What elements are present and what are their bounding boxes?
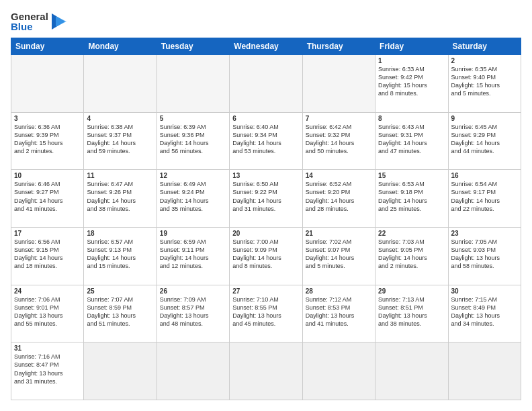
- day-info: Sunrise: 6:43 AM Sunset: 9:31 PM Dayligh…: [378, 123, 445, 156]
- day-info: Sunrise: 6:56 AM Sunset: 9:15 PM Dayligh…: [14, 238, 81, 271]
- calendar-cell: 19Sunrise: 6:59 AM Sunset: 9:11 PM Dayli…: [157, 227, 229, 285]
- calendar-cell: 16Sunrise: 6:54 AM Sunset: 9:17 PM Dayli…: [448, 170, 521, 228]
- day-info: Sunrise: 7:16 AM Sunset: 8:47 PM Dayligh…: [14, 353, 81, 385]
- calendar-cell: [375, 342, 448, 400]
- calendar-cell: [230, 342, 302, 400]
- day-number: 21: [306, 230, 372, 237]
- calendar-cell: 10Sunrise: 6:46 AM Sunset: 9:27 PM Dayli…: [11, 170, 84, 228]
- calendar-cell: 5Sunrise: 6:39 AM Sunset: 9:36 PM Daylig…: [157, 112, 229, 170]
- day-info: Sunrise: 6:47 AM Sunset: 9:26 PM Dayligh…: [87, 180, 153, 213]
- day-info: Sunrise: 7:09 AM Sunset: 8:57 PM Dayligh…: [160, 295, 226, 328]
- logo-general: General: [11, 11, 48, 21]
- calendar-cell: [230, 55, 302, 113]
- header: General Blue: [11, 11, 521, 32]
- svg-marker-1: [56, 16, 66, 27]
- day-info: Sunrise: 6:36 AM Sunset: 9:39 PM Dayligh…: [14, 123, 81, 156]
- calendar-cell: 3Sunrise: 6:36 AM Sunset: 9:39 PM Daylig…: [11, 112, 84, 170]
- calendar-cell: 27Sunrise: 7:10 AM Sunset: 8:55 PM Dayli…: [230, 285, 302, 342]
- calendar-cell: 23Sunrise: 7:05 AM Sunset: 9:03 PM Dayli…: [448, 227, 521, 285]
- calendar-cell: 2Sunrise: 6:35 AM Sunset: 9:40 PM Daylig…: [448, 55, 521, 113]
- day-info: Sunrise: 7:15 AM Sunset: 8:49 PM Dayligh…: [451, 295, 518, 328]
- col-friday: Friday: [375, 38, 448, 55]
- calendar-cell: [84, 55, 157, 113]
- day-number: 17: [14, 230, 81, 237]
- day-number: 12: [160, 172, 226, 179]
- calendar-cell: 22Sunrise: 7:03 AM Sunset: 9:05 PM Dayli…: [375, 227, 448, 285]
- day-number: 9: [451, 115, 518, 122]
- day-info: Sunrise: 6:35 AM Sunset: 9:40 PM Dayligh…: [451, 65, 518, 98]
- calendar-cell: 17Sunrise: 6:56 AM Sunset: 9:15 PM Dayli…: [11, 227, 84, 285]
- calendar-week-row: 24Sunrise: 7:06 AM Sunset: 9:01 PM Dayli…: [11, 285, 521, 342]
- day-number: 6: [232, 115, 299, 122]
- day-number: 22: [378, 230, 445, 237]
- day-info: Sunrise: 7:02 AM Sunset: 9:07 PM Dayligh…: [306, 238, 372, 271]
- day-info: Sunrise: 7:03 AM Sunset: 9:05 PM Dayligh…: [378, 238, 445, 271]
- day-number: 16: [451, 172, 518, 179]
- day-number: 4: [87, 115, 153, 122]
- day-info: Sunrise: 6:38 AM Sunset: 9:37 PM Dayligh…: [87, 123, 153, 156]
- day-number: 1: [378, 57, 445, 64]
- day-number: 2: [451, 57, 518, 64]
- day-info: Sunrise: 7:12 AM Sunset: 8:53 PM Dayligh…: [306, 295, 372, 328]
- day-info: Sunrise: 6:40 AM Sunset: 9:34 PM Dayligh…: [232, 123, 299, 156]
- calendar-week-row: 17Sunrise: 6:56 AM Sunset: 9:15 PM Dayli…: [11, 227, 521, 285]
- day-number: 14: [306, 172, 372, 179]
- day-number: 15: [378, 172, 445, 179]
- day-number: 31: [14, 345, 81, 352]
- calendar-cell: 7Sunrise: 6:42 AM Sunset: 9:32 PM Daylig…: [302, 112, 375, 170]
- day-number: 29: [378, 287, 445, 295]
- day-number: 26: [160, 287, 226, 295]
- calendar-cell: 11Sunrise: 6:47 AM Sunset: 9:26 PM Dayli…: [84, 170, 157, 228]
- calendar-cell: 24Sunrise: 7:06 AM Sunset: 9:01 PM Dayli…: [11, 285, 84, 342]
- day-number: 5: [160, 115, 226, 122]
- day-info: Sunrise: 6:52 AM Sunset: 9:20 PM Dayligh…: [306, 180, 372, 213]
- calendar-cell: 14Sunrise: 6:52 AM Sunset: 9:20 PM Dayli…: [302, 170, 375, 228]
- day-info: Sunrise: 6:50 AM Sunset: 9:22 PM Dayligh…: [232, 180, 299, 213]
- calendar-cell: 4Sunrise: 6:38 AM Sunset: 9:37 PM Daylig…: [84, 112, 157, 170]
- day-info: Sunrise: 6:53 AM Sunset: 9:18 PM Dayligh…: [378, 180, 445, 213]
- day-number: 27: [232, 287, 299, 295]
- day-info: Sunrise: 7:13 AM Sunset: 8:51 PM Dayligh…: [378, 295, 445, 328]
- day-info: Sunrise: 7:06 AM Sunset: 9:01 PM Dayligh…: [14, 295, 81, 328]
- day-info: Sunrise: 7:10 AM Sunset: 8:55 PM Dayligh…: [232, 295, 299, 328]
- day-number: 7: [306, 115, 372, 122]
- calendar-cell: 18Sunrise: 6:57 AM Sunset: 9:13 PM Dayli…: [84, 227, 157, 285]
- day-info: Sunrise: 6:39 AM Sunset: 9:36 PM Dayligh…: [160, 123, 226, 156]
- logo-triangle-icon: [52, 11, 71, 32]
- col-thursday: Thursday: [302, 38, 375, 55]
- calendar-cell: 1Sunrise: 6:33 AM Sunset: 9:42 PM Daylig…: [375, 55, 448, 113]
- day-info: Sunrise: 6:45 AM Sunset: 9:29 PM Dayligh…: [451, 123, 518, 156]
- day-info: Sunrise: 6:42 AM Sunset: 9:32 PM Dayligh…: [306, 123, 372, 156]
- day-number: 23: [451, 230, 518, 237]
- day-number: 30: [451, 287, 518, 295]
- calendar-cell: [448, 342, 521, 400]
- calendar-week-row: 31Sunrise: 7:16 AM Sunset: 8:47 PM Dayli…: [11, 342, 521, 400]
- day-number: 8: [378, 115, 445, 122]
- col-tuesday: Tuesday: [157, 38, 229, 55]
- day-number: 10: [14, 172, 81, 179]
- calendar-week-row: 10Sunrise: 6:46 AM Sunset: 9:27 PM Dayli…: [11, 170, 521, 228]
- calendar-cell: 21Sunrise: 7:02 AM Sunset: 9:07 PM Dayli…: [302, 227, 375, 285]
- calendar-cell: [302, 55, 375, 113]
- day-info: Sunrise: 7:05 AM Sunset: 9:03 PM Dayligh…: [451, 238, 518, 271]
- calendar-cell: 6Sunrise: 6:40 AM Sunset: 9:34 PM Daylig…: [230, 112, 302, 170]
- day-number: 18: [87, 230, 153, 237]
- day-number: 24: [14, 287, 81, 295]
- calendar-cell: 26Sunrise: 7:09 AM Sunset: 8:57 PM Dayli…: [157, 285, 229, 342]
- col-monday: Monday: [84, 38, 157, 55]
- calendar-week-row: 3Sunrise: 6:36 AM Sunset: 9:39 PM Daylig…: [11, 112, 521, 170]
- day-info: Sunrise: 6:46 AM Sunset: 9:27 PM Dayligh…: [14, 180, 81, 213]
- day-number: 19: [160, 230, 226, 237]
- day-info: Sunrise: 6:57 AM Sunset: 9:13 PM Dayligh…: [87, 238, 153, 271]
- day-number: 11: [87, 172, 153, 179]
- day-number: 25: [87, 287, 153, 295]
- col-sunday: Sunday: [11, 38, 84, 55]
- calendar-cell: 8Sunrise: 6:43 AM Sunset: 9:31 PM Daylig…: [375, 112, 448, 170]
- day-number: 28: [306, 287, 372, 295]
- day-info: Sunrise: 6:49 AM Sunset: 9:24 PM Dayligh…: [160, 180, 226, 213]
- logo-blue: Blue: [11, 21, 33, 32]
- calendar-cell: 30Sunrise: 7:15 AM Sunset: 8:49 PM Dayli…: [448, 285, 521, 342]
- calendar-cell: 29Sunrise: 7:13 AM Sunset: 8:51 PM Dayli…: [375, 285, 448, 342]
- calendar-cell: 20Sunrise: 7:00 AM Sunset: 9:09 PM Dayli…: [230, 227, 302, 285]
- day-info: Sunrise: 7:07 AM Sunset: 8:59 PM Dayligh…: [87, 295, 153, 328]
